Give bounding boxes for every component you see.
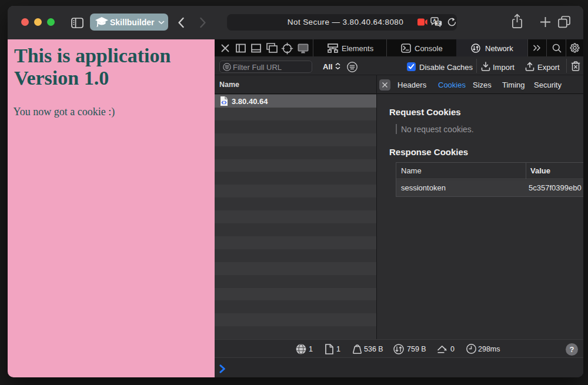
svg-text:文: 文 — [436, 21, 441, 26]
